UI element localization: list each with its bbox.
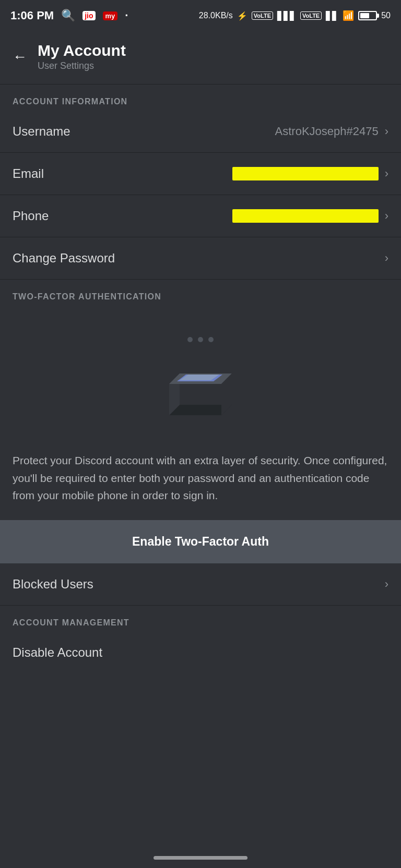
account-management-label: ACCOUNT MANAGEMENT [0,606,401,632]
tfa-description: Protect your Discord account with an ext… [0,452,401,520]
username-row[interactable]: Username AstroKJoseph#2475 › [0,111,401,153]
status-bar-left: 1:06 PM 🔍 jio my · [10,9,128,22]
dot-icon: · [125,9,128,22]
username-value-group: AstroKJoseph#2475 › [275,125,388,138]
status-bar: 1:06 PM 🔍 jio my · 28.0KB/s ⚡ VoLTE ▋▋▋ … [0,0,401,31]
blocked-users-chevron-icon: › [385,577,388,591]
header-title-group: My Account User Settings [38,42,126,71]
username-value: AstroKJoseph#2475 [275,125,379,138]
bottom-bar [0,847,401,868]
volte-icon-2: VoLTE [300,11,322,20]
search-icon: 🔍 [61,9,75,22]
email-label: Email [13,166,44,181]
page-header: ← My Account User Settings [0,31,401,84]
signal-icon-1: ▋▋▋ [277,11,296,21]
page-subtitle: User Settings [38,61,126,71]
enable-2fa-button[interactable]: Enable Two-Factor Auth [0,520,401,563]
wifi-icon: 📶 [343,10,354,21]
email-chevron-icon: › [385,167,388,180]
status-bar-right: 28.0KB/s ⚡ VoLTE ▋▋▋ VoLTE ▋▋ 📶 50 [199,10,391,21]
disable-account-row[interactable]: Disable Account [0,632,401,673]
signal-icon-2: ▋▋ [326,11,338,21]
speed-display: 28.0KB/s [199,11,233,20]
email-redacted [232,167,379,180]
blocked-users-value-group: › [385,577,388,591]
username-chevron-icon: › [385,125,388,138]
time-display: 1:06 PM [10,9,54,22]
email-value-group: › [232,167,388,180]
change-password-chevron-icon: › [385,251,388,265]
account-info-label: ACCOUNT INFORMATION [0,85,401,111]
phone-row[interactable]: Phone › [0,195,401,237]
bluetooth-icon: ⚡ [237,11,247,21]
volte-icon: VoLTE [252,11,273,20]
home-indicator [154,856,247,860]
change-password-chevron-group: › [385,251,388,265]
tfa-section-label: TWO-FACTOR AUTHENTICATION [0,280,401,306]
phone-label: Phone [13,209,49,223]
tfa-illustration [0,306,401,452]
account-info-section: ACCOUNT INFORMATION Username AstroKJosep… [0,85,401,279]
dot-3 [208,337,214,342]
disable-account-label: Disable Account [13,645,102,660]
tfa-section: TWO-FACTOR AUTHENTICATION [0,280,401,563]
account-management-section: ACCOUNT MANAGEMENT Disable Account [0,606,401,673]
phone-chevron-icon: › [385,209,388,223]
page-title: My Account [38,42,126,59]
dot-2 [198,337,203,342]
phone-illustration-svg [148,353,253,436]
phone-redacted [232,209,379,223]
username-label: Username [13,124,70,139]
dot-1 [187,337,193,342]
blocked-users-row[interactable]: Blocked Users › [0,563,401,605]
change-password-label: Change Password [13,251,115,266]
battery-icon [358,11,377,20]
blocked-users-section: Blocked Users › [0,563,401,605]
phone-value-group: › [232,209,388,223]
jio-icon: jio [82,11,95,20]
battery-label: 50 [381,11,391,20]
my-icon: my [103,11,118,20]
back-button[interactable]: ← [13,49,27,65]
change-password-row[interactable]: Change Password › [0,237,401,279]
dots-row [187,337,214,342]
blocked-users-label: Blocked Users [13,577,93,592]
email-row[interactable]: Email › [0,153,401,195]
